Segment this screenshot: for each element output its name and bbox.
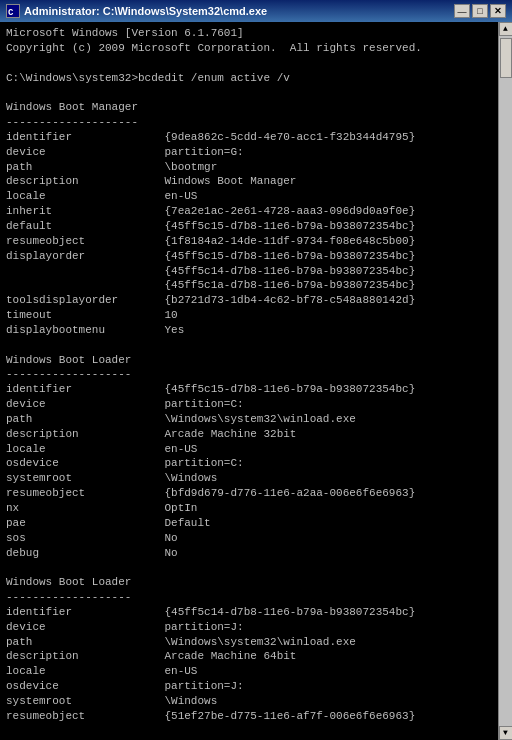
terminal-content[interactable]: Microsoft Windows [Version 6.1.7601] Cop… [0, 22, 512, 740]
scrollbar-thumb[interactable] [500, 38, 512, 78]
scroll-up-button[interactable]: ▲ [499, 22, 513, 36]
svg-text:C: C [8, 8, 14, 17]
terminal-text: Microsoft Windows [Version 6.1.7601] Cop… [6, 26, 506, 740]
minimize-button[interactable]: — [454, 4, 470, 18]
cmd-window: C Administrator: C:\Windows\System32\cmd… [0, 0, 512, 740]
title-bar-left: C Administrator: C:\Windows\System32\cmd… [6, 4, 267, 18]
cmd-icon: C [6, 4, 20, 18]
scrollbar[interactable]: ▲ ▼ [498, 22, 512, 740]
window-title: Administrator: C:\Windows\System32\cmd.e… [24, 5, 267, 17]
maximize-button[interactable]: □ [472, 4, 488, 18]
close-button[interactable]: ✕ [490, 4, 506, 18]
title-bar-buttons: — □ ✕ [454, 4, 506, 18]
scrollbar-track[interactable] [499, 36, 512, 726]
scroll-down-button[interactable]: ▼ [499, 726, 513, 740]
title-bar: C Administrator: C:\Windows\System32\cmd… [0, 0, 512, 22]
